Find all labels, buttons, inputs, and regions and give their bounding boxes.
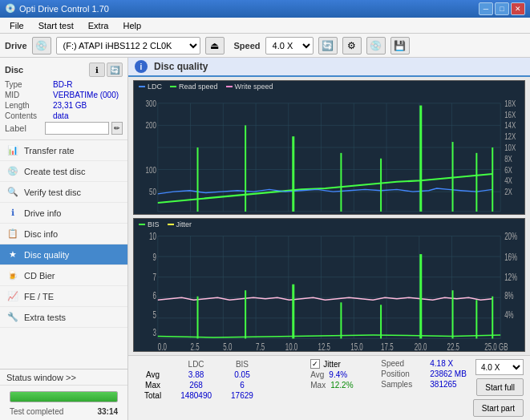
speed-select[interactable]: 4.0 X [265,37,314,55]
nav-create-test-disc[interactable]: 💿 Create test disc [0,161,127,182]
nav-extra-tests[interactable]: 🔧 Extra tests [0,307,127,328]
main-layout: Disc ℹ 🔄 Type BD-R MID VERBATIMe (000) L… [0,58,530,420]
stats-total-label: Total [135,390,171,401]
close-button[interactable]: ✕ [511,2,525,15]
disc-refresh-icon[interactable]: 🔄 [107,63,123,77]
menu-help[interactable]: Help [116,19,148,32]
col-header-empty [135,359,171,370]
stats-total-ldc: 1480490 [171,390,221,401]
svg-text:20.0: 20.0 [415,341,427,352]
svg-text:5.0: 5.0 [223,341,232,352]
position-label: Position [381,370,425,378]
svg-text:20%: 20% [504,231,517,241]
fe-te-icon: 📈 [6,290,19,303]
bottom-chart: BIS Jitter [133,218,525,353]
svg-text:100: 100 [146,164,156,175]
nav-disc-info-label: Disc info [24,229,58,239]
maximize-button[interactable]: □ [495,2,509,15]
svg-text:22.5: 22.5 [447,341,460,352]
disc-quality-header: i Disc quality [128,58,530,77]
mid-value: VERBATIMe (000) [53,91,119,99]
content-area: i Disc quality LDC Read speed [128,58,530,420]
nav-fe-te[interactable]: 📈 FE / TE [0,286,127,307]
svg-text:10X: 10X [504,143,516,153]
start-part-button[interactable]: Start part [473,399,524,417]
stats-row-avg: Avg 3.88 0.05 [135,370,263,380]
status-window-button[interactable]: Status window >> [0,370,127,386]
svg-text:16X: 16X [504,109,516,119]
legend-ldc-label: LDC [148,83,162,91]
chart-speed-select[interactable]: 4.0 X [475,359,524,375]
type-label: Type [5,80,53,89]
disc-icon[interactable]: 💿 [366,37,386,55]
legend-ldc-color [139,86,145,87]
stats-avg-label: Avg [135,370,171,380]
disc-info-icon[interactable]: ℹ [89,63,105,77]
speed-static-label: Speed [381,359,425,368]
menu-file[interactable]: File [3,19,30,32]
position-value: 23862 MB [430,370,467,378]
position-section: Speed 4.18 X Position 23862 MB Samples 3… [381,359,467,389]
toolbar: Drive 💿 (F:) ATAPI iHBS112 2 CL0K ⏏ Spee… [0,34,530,58]
bottom-chart-legend: BIS Jitter [134,219,524,230]
type-value: BD-R [53,80,72,89]
refresh-icon[interactable]: 🔄 [318,37,338,55]
save-icon[interactable]: 💾 [390,37,410,55]
settings-icon[interactable]: ⚙ [342,37,362,55]
speed-label: Speed [234,41,261,50]
disc-label-input[interactable] [45,122,109,135]
svg-text:6: 6 [152,290,156,301]
svg-text:7.5: 7.5 [256,341,265,352]
mid-label: MID [5,91,53,99]
nav-disc-info[interactable]: 📋 Disc info [0,224,127,244]
svg-text:4X: 4X [504,176,512,186]
stats-max-ldc: 268 [171,380,221,390]
svg-text:10: 10 [149,231,156,241]
menu-extra[interactable]: Extra [82,19,115,32]
legend-bis: BIS [139,220,160,228]
jitter-avg-value: 9.4% [329,370,347,379]
disc-info-nav-icon: 📋 [6,228,19,240]
drive-eject-button[interactable]: ⏏ [205,37,225,55]
svg-text:3: 3 [152,327,156,337]
svg-rect-0 [134,92,524,215]
svg-text:8%: 8% [504,290,513,301]
nav-drive-info[interactable]: ℹ Drive info [0,203,127,224]
app-title: Opti Drive Control 1.70 [19,4,479,14]
drive-label: Drive [5,41,27,50]
legend-ldc: LDC [139,83,162,91]
svg-text:6X: 6X [504,164,512,175]
jitter-avg-static: Avg [310,370,324,379]
sidebar: Disc ℹ 🔄 Type BD-R MID VERBATIMe (000) L… [0,58,128,420]
legend-write-speed-color [226,86,233,87]
drive-eject-icon[interactable]: 💿 [32,37,51,55]
disc-panel: Disc ℹ 🔄 Type BD-R MID VERBATIMe (000) L… [0,58,127,140]
disc-panel-title: Disc [5,65,23,75]
nav-cd-bier-label: CD Bier [24,271,55,281]
drive-select[interactable]: (F:) ATAPI iHBS112 2 CL0K [56,37,200,55]
disc-label-edit-icon[interactable]: ✏ [111,122,123,135]
stats-max-label: Max [135,380,171,390]
jitter-checkbox[interactable]: ✓ [310,359,320,369]
nav-transfer-rate[interactable]: 📊 Transfer rate [0,140,127,161]
transfer-rate-icon: 📊 [6,144,19,157]
progress-bar [10,391,118,402]
nav-verify-test-disc[interactable]: 🔍 Verify test disc [0,182,127,203]
legend-bis-label: BIS [148,220,160,228]
svg-text:7: 7 [152,272,156,282]
length-label: Length [5,101,53,110]
minimize-button[interactable]: ─ [479,2,493,15]
legend-write-speed: Write speed [226,83,273,91]
jitter-max-value: 12.2% [330,381,353,390]
nav-cd-bier[interactable]: 🍺 CD Bier [0,265,127,286]
disc-quality-header-icon: i [135,60,148,73]
start-full-button[interactable]: Start full [476,378,524,396]
length-value: 23,31 GB [53,101,87,110]
stats-avg-ldc: 3.88 [171,370,221,380]
nav-create-test-disc-label: Create test disc [24,167,85,176]
nav-disc-quality[interactable]: ★ Disc quality [0,244,127,265]
menu-start-test[interactable]: Start test [32,19,80,32]
legend-write-speed-label: Write speed [235,83,273,91]
stats-table: LDC BIS Avg 3.88 0.05 Max 268 [135,359,304,401]
svg-text:25.0 GB: 25.0 GB [484,341,508,352]
